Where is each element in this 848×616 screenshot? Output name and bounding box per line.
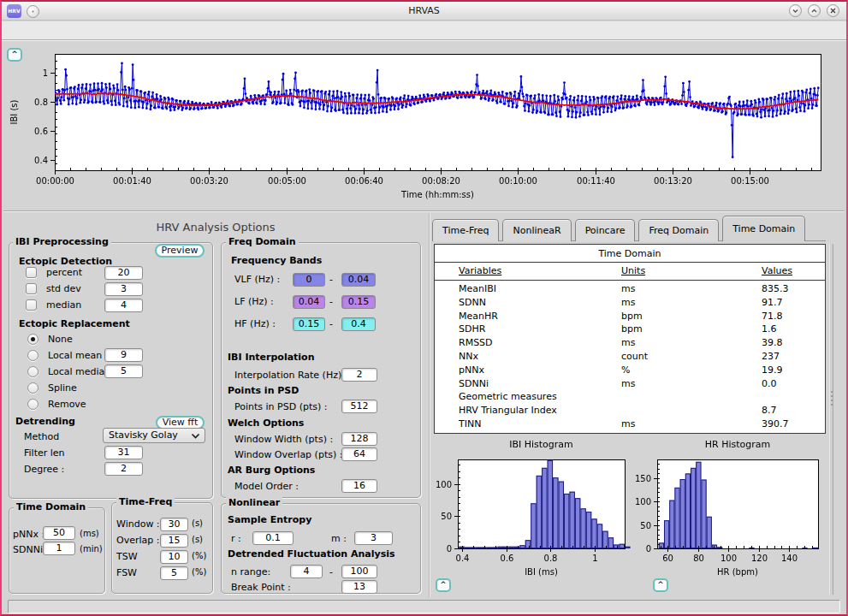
band-low-input[interactable]: 0.04 [293, 295, 325, 309]
pnnx-label: pNNx : [13, 529, 44, 540]
close-icon[interactable] [827, 4, 839, 17]
points-psd-input[interactable]: 512 [341, 400, 377, 413]
ectopic-detection-value-input[interactable]: 4 [104, 299, 143, 312]
table-row: SDNN ms 91.7 [435, 296, 825, 310]
replacement-local-median-radio[interactable] [27, 366, 39, 377]
table-row: SDNNi ms 0.0 [435, 377, 825, 391]
band-low-input[interactable]: 0.15 [293, 317, 325, 331]
band-high-input[interactable]: 0.4 [341, 317, 376, 331]
pnnx-unit: (ms) [80, 529, 99, 538]
chevron-down-icon [191, 433, 200, 440]
replacement-local-mean-radio[interactable] [27, 350, 39, 361]
time-freq-input[interactable]: 5 [160, 566, 188, 580]
cell-variable: Geometric measures [459, 390, 621, 404]
time-freq-label: TSW [116, 551, 138, 562]
panel-splitter[interactable] [829, 244, 833, 595]
cell-value: 1.6 [762, 323, 825, 336]
cell-unit: ms [621, 296, 762, 310]
sdnni-input[interactable]: 1 [43, 542, 75, 555]
r-input[interactable]: 0.1 [252, 531, 294, 545]
model-order-input[interactable]: 16 [341, 479, 377, 493]
ectopic-detection-checkbox[interactable] [26, 299, 37, 311]
time-freq-input[interactable]: 10 [160, 550, 188, 564]
ectopic-detection-label: percent [46, 267, 82, 278]
cell-value: 91.7 [762, 296, 825, 310]
band-dash: - [329, 296, 333, 307]
welch-width-input[interactable]: 128 [341, 432, 377, 446]
n-range-dash: - [329, 566, 333, 578]
table-row: RMSSD ms 39.8 [435, 336, 825, 350]
menu-item[interactable] [22, 21, 38, 39]
cell-value: 39.8 [762, 336, 825, 350]
n-range-low-input[interactable]: 4 [290, 565, 323, 578]
interp-rate-input[interactable]: 2 [341, 368, 377, 382]
time-freq-input[interactable]: 30 [160, 518, 188, 531]
detrending-heading: Detrending [15, 416, 75, 427]
m-input[interactable]: 3 [354, 531, 393, 545]
table-row: MeanIBI ms 835.3 [435, 282, 825, 296]
time-domain-options-legend: Time Domain [14, 501, 88, 512]
band-high-input[interactable]: 0.15 [341, 295, 376, 309]
window-title: HRVAS [2, 5, 846, 16]
local-mean-value-input[interactable]: 9 [104, 348, 143, 362]
cell-variable: MeanHR [459, 310, 621, 323]
local-median-value-input[interactable]: 5 [104, 364, 143, 378]
table-row: Geometric measures [435, 390, 825, 404]
welch-overlap-label: Window Overlap (pts) : [234, 449, 342, 460]
cell-variable: pNNx [459, 364, 621, 377]
ibi-interpolation-heading: IBI Interpolation [228, 352, 315, 363]
options-panel-title: HRV Analysis Options [2, 221, 430, 234]
welch-overlap-input[interactable]: 64 [341, 447, 377, 461]
pnnx-input[interactable]: 50 [43, 526, 75, 540]
hr-histogram-collapse-button[interactable]: ^ [653, 578, 668, 592]
cell-variable: NNx [459, 350, 621, 364]
minimize-button[interactable] [789, 4, 802, 17]
time-freq-input[interactable]: 15 [160, 534, 188, 548]
results-tab[interactable]: Freq Domain [638, 219, 719, 241]
filter-len-input[interactable]: 31 [104, 446, 143, 459]
results-tab[interactable]: Poincare [575, 219, 636, 241]
band-dash: - [329, 318, 333, 329]
time-freq-unit: (s) [192, 518, 203, 528]
cell-unit: bpm [621, 323, 762, 336]
menu-item[interactable] [5, 21, 21, 39]
ectopic-detection-value-input[interactable]: 3 [104, 282, 143, 296]
col-units: Units [621, 265, 762, 276]
menu-bar [2, 21, 846, 39]
replacement-none-radio[interactable] [27, 334, 39, 345]
ectopic-detection-checkbox[interactable] [26, 267, 37, 278]
table-row: NNx count 237 [435, 350, 825, 364]
cell-unit: ms [621, 336, 762, 350]
detrend-method-dropdown[interactable]: Stavisky Golay [103, 428, 205, 443]
hr-histogram-canvas [633, 435, 828, 597]
model-order-label: Model Order : [234, 481, 299, 492]
results-tab[interactable]: Time Domain [722, 216, 805, 241]
replacement-remove-radio[interactable] [27, 399, 39, 410]
break-point-input[interactable]: 13 [341, 580, 377, 594]
replacement-remove-label: Remove [48, 399, 86, 410]
replacement-local-median-label: Local median [48, 366, 110, 377]
ectopic-detection-value-input[interactable]: 20 [104, 266, 143, 280]
ectopic-detection-row: std dev 3 [24, 282, 204, 296]
cell-value: 390.7 [762, 418, 825, 431]
table-row: TINN ms 390.7 [435, 418, 825, 431]
results-tab[interactable]: NonlineaR [502, 219, 571, 241]
results-tab[interactable]: Time-Freq [432, 219, 499, 241]
replacement-spline-radio[interactable] [27, 382, 39, 394]
n-range-high-input[interactable]: 100 [341, 565, 377, 578]
degree-input[interactable]: 2 [104, 462, 143, 476]
title-bar[interactable]: HRV HRVAS [2, 2, 846, 21]
ectopic-detection-checkbox[interactable] [26, 283, 37, 294]
r-label: r : [231, 533, 241, 544]
band-low-input[interactable]: 0 [293, 273, 325, 287]
ibi-histogram-collapse-button[interactable]: ^ [436, 578, 451, 592]
frequency-band-row: VLF (Hz) : 0 - 0.04 [233, 273, 412, 287]
maximize-button[interactable] [808, 4, 821, 17]
band-high-input[interactable]: 0.04 [341, 273, 376, 287]
menu-item[interactable] [39, 21, 55, 39]
table-row: MeanHR bpm 71.8 [435, 310, 825, 323]
preview-button[interactable]: Preview [155, 244, 205, 258]
cell-variable: SDNN [459, 296, 621, 310]
cell-value: 835.3 [762, 282, 825, 296]
cell-variable: RMSSD [459, 336, 621, 350]
